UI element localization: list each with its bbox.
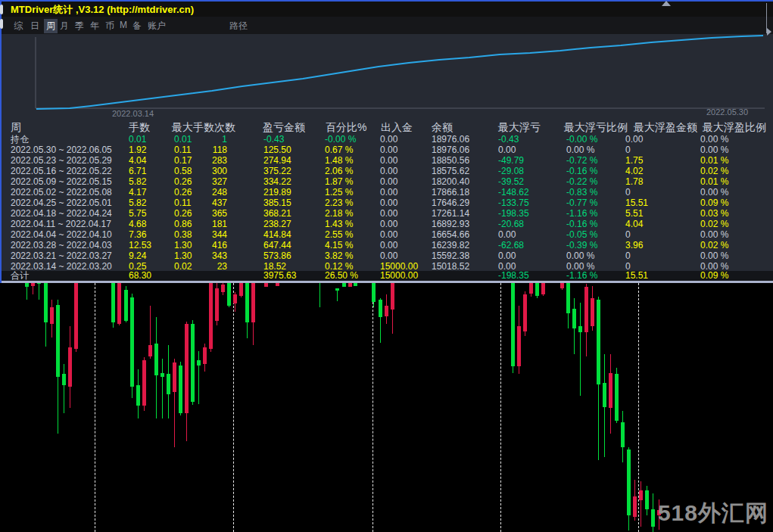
table-cell: 2.06 % (325, 166, 372, 176)
table-cell: 0.09 % (700, 198, 770, 208)
table-cell: 1.87 % (325, 176, 372, 187)
table-cell: -1.16 % (566, 208, 624, 219)
menu-item-7[interactable]: 币 (105, 20, 114, 33)
table-header-row: 周手数最大手数次数盈亏金额百分比%出入金余额最大浮亏最大浮亏比例最大浮盈金额最大… (0, 122, 773, 134)
table-cell: -0.22 % (566, 176, 624, 187)
table-cell: 2022.05.09 ~ 2022.05.15 (11, 176, 126, 187)
column-header: 百分比% (326, 122, 366, 132)
menu-item-6[interactable]: 年 (90, 20, 99, 33)
column-header: 余额 (432, 122, 453, 132)
table-cell: 0.00 (380, 134, 432, 145)
table-cell: 6.71 (129, 166, 159, 176)
table-cell: 0.00 % (566, 145, 624, 155)
menu-item-2[interactable]: 日 (30, 20, 39, 33)
table-cell: -0.43 (498, 134, 565, 145)
table-cell: 1.75 (625, 155, 698, 166)
table-cell: 5.82 (129, 176, 159, 187)
menu-item-path[interactable]: 路径 (229, 20, 248, 33)
column-header: 最大手数次数 (172, 122, 235, 132)
table-cell: 12.53 (129, 240, 159, 250)
menu-item-3[interactable]: 周 (44, 19, 58, 33)
table-cell: 0.00 % (566, 250, 624, 261)
table-cell: -39.52 (498, 176, 565, 187)
table-cell: 0.02 (174, 261, 200, 272)
candle-body (633, 496, 637, 517)
table-cell: 0.86 (174, 219, 200, 229)
table-cell: -20.68 (498, 219, 565, 229)
column-header: 出入金 (381, 122, 413, 132)
candle-body (591, 298, 594, 326)
candle-body (227, 281, 231, 306)
candle-wick (319, 281, 320, 307)
table-cell: 4.02 (625, 166, 698, 176)
table-cell: 238.27 (263, 219, 309, 229)
table-cell: -29.08 (498, 166, 565, 176)
collapse-arrow-icon[interactable] (662, 1, 671, 6)
table-cell: -0.16 % (566, 166, 624, 176)
table-cell: -0.39 % (566, 240, 624, 250)
candle-body (191, 324, 195, 402)
table-cell: -0.72 % (566, 155, 624, 166)
menu-item-5[interactable]: 季 (75, 20, 84, 33)
candle-body (627, 450, 631, 515)
table-cell: 4.17 (129, 187, 159, 198)
table-cell: 0.00 % (700, 250, 770, 261)
candle-body (130, 297, 134, 387)
candle-body (44, 281, 48, 322)
table-cell: 0.02 % (700, 240, 770, 250)
column-header: 最大浮亏 (498, 122, 541, 132)
window-grip-top[interactable] (0, 5, 3, 14)
menu-item-10[interactable]: 账户 (148, 20, 166, 33)
table-cell: 0.11 (174, 198, 200, 208)
candle-wick (641, 481, 641, 527)
column-header: 周 (11, 122, 21, 132)
period-separator-line (372, 283, 373, 532)
table-cell: 2022.05.30 ~ 2022.06.05 (11, 145, 126, 155)
table-cell: -148.62 (498, 187, 565, 198)
table-cell: 118 (200, 145, 227, 155)
table-cell: 0.00 (498, 250, 565, 261)
window-grip-bottom[interactable] (0, 19, 3, 29)
table-row: 2022.03.28 ~ 2022.04.0312.531.30416647.4… (0, 240, 773, 250)
table-cell: 0 (625, 145, 698, 155)
watermark: 518外汇网 (658, 498, 768, 529)
table-cell: 0.00 (380, 176, 432, 187)
table-cell: 1 (200, 134, 227, 145)
candle-body (511, 283, 515, 366)
menu-item-1[interactable]: 综 (14, 20, 23, 33)
candle-body (124, 290, 128, 321)
table-cell: 0.11 (174, 145, 200, 155)
table-cell: 4.15 % (325, 240, 372, 250)
table-cell: 300 (200, 166, 227, 176)
table-cell: 16239.82 (432, 240, 498, 250)
table-cell: 0.26 (174, 187, 200, 198)
table-cell: 2.23 % (325, 198, 372, 208)
menu-item-4[interactable]: 月 (60, 20, 69, 33)
menu-item-8[interactable]: M (120, 20, 127, 30)
table-cell: 0.00 (380, 187, 432, 198)
table-cell: 414.84 (263, 229, 309, 240)
table-cell: 2022.05.16 ~ 2022.05.22 (11, 166, 126, 176)
table-cell: 18575.62 (432, 166, 498, 176)
table-cell: 274.94 (263, 155, 309, 166)
table-cell: 2022.04.25 ~ 2022.05.01 (11, 198, 126, 208)
table-cell: 0.67 % (325, 145, 372, 155)
equity-chart: 2022.03.14 2022.05.30 (0, 34, 773, 120)
candle-body (603, 383, 606, 407)
table-cell: 2022.05.23 ~ 2022.05.29 (11, 155, 126, 166)
window-border-left (0, 0, 2, 283)
table-cell: 15.51 (625, 271, 698, 281)
candle-body (136, 385, 140, 406)
candle-body (62, 374, 66, 385)
table-cell: 344 (200, 229, 227, 240)
candle-body (584, 287, 588, 332)
menu-item-9[interactable]: 备 (132, 20, 142, 33)
table-cell: 0.00 (380, 250, 432, 261)
table-cell: -49.79 (498, 155, 565, 166)
table-cell: 0.38 (174, 229, 200, 240)
candle-body (56, 305, 60, 377)
table-cell: 0.02 % (700, 166, 770, 176)
table-cell: 0.09 % (700, 271, 770, 281)
expand-arrow-icon[interactable] (767, 28, 771, 36)
candle-body (615, 374, 619, 421)
